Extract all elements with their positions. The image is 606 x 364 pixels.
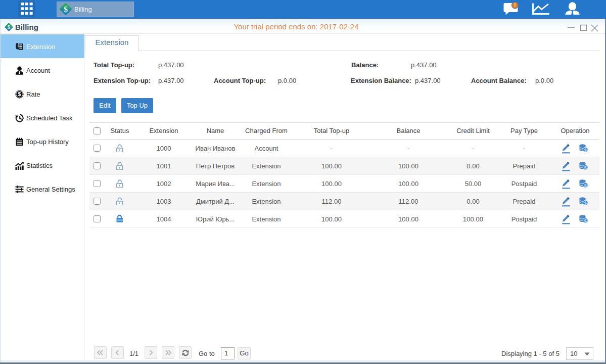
svg-text:$: $ xyxy=(64,5,68,14)
svg-text:$: $ xyxy=(18,91,21,97)
svg-text:$: $ xyxy=(8,24,11,30)
svg-text:!: ! xyxy=(514,3,516,8)
